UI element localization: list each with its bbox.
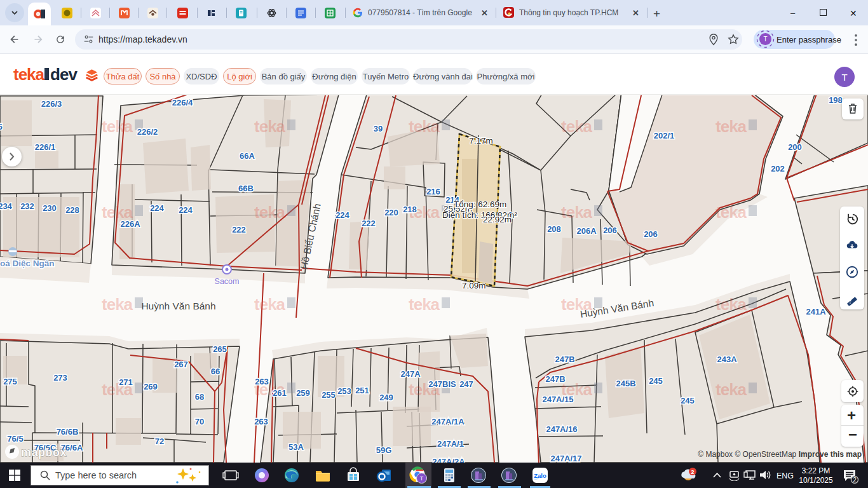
svg-text:202: 202 [771, 164, 785, 173]
svg-text:teka: teka [561, 117, 593, 136]
svg-text:teka: teka [409, 117, 440, 136]
svg-text:teka: teka [715, 380, 747, 399]
svg-text:247A/2A: 247A/2A [432, 457, 465, 463]
svg-text:241A: 241A [806, 307, 826, 316]
svg-text:249: 249 [379, 393, 393, 402]
svg-text:202/1: 202/1 [654, 131, 675, 140]
svg-text:230: 230 [43, 203, 57, 213]
svg-text:247A/1: 247A/1 [437, 439, 464, 449]
svg-text:247B: 247B [545, 374, 565, 384]
svg-text:247A/1A: 247A/1A [431, 417, 465, 426]
svg-text:247BIS: 247BIS [428, 379, 456, 389]
svg-text:teka: teka [561, 203, 593, 222]
svg-text:222: 222 [362, 219, 376, 228]
svg-text:226A: 226A [120, 219, 140, 229]
svg-text:216: 216 [426, 187, 440, 196]
svg-text:66B: 66B [238, 184, 254, 193]
svg-text:222: 222 [232, 225, 246, 234]
svg-text:245B: 245B [616, 379, 635, 388]
svg-text:226/2: 226/2 [137, 127, 158, 137]
svg-text:teka: teka [254, 203, 286, 222]
svg-text:269: 269 [144, 382, 158, 391]
svg-text:mapbox: mapbox [21, 446, 67, 459]
svg-text:247A/16: 247A/16 [546, 424, 577, 434]
svg-text:245: 245 [681, 396, 695, 405]
svg-text:7.09m: 7.09m [462, 281, 486, 290]
svg-text:245: 245 [649, 376, 663, 386]
svg-text:234: 234 [0, 201, 13, 211]
svg-text:oá Diệc Ngân: oá Diệc Ngân [0, 259, 55, 268]
svg-text:Zalo: Zalo [534, 472, 546, 479]
svg-text:teka: teka [102, 295, 133, 314]
svg-text:247B: 247B [555, 355, 574, 364]
svg-text:39: 39 [374, 124, 383, 133]
svg-text:243A: 243A [717, 355, 737, 364]
svg-text:226/1: 226/1 [35, 142, 56, 152]
svg-text:271: 271 [119, 377, 133, 387]
svg-text:teka: teka [254, 295, 286, 314]
svg-text:198: 198 [829, 95, 843, 105]
svg-text:teka: teka [102, 117, 133, 136]
svg-text:59G: 59G [376, 445, 392, 455]
svg-text:220: 220 [384, 208, 398, 217]
svg-text:255: 255 [322, 390, 336, 400]
svg-text:247A: 247A [400, 369, 421, 379]
svg-text:208: 208 [547, 224, 561, 234]
svg-text:224: 224 [179, 205, 193, 215]
svg-text:53A: 53A [288, 442, 304, 452]
svg-text:206: 206 [644, 229, 658, 239]
svg-text:232: 232 [20, 201, 34, 211]
svg-text:259: 259 [296, 388, 310, 398]
svg-text:2: 2 [691, 468, 694, 475]
svg-text:teka: teka [254, 117, 286, 136]
svg-text:267: 267 [174, 360, 188, 369]
svg-text:265: 265 [213, 344, 227, 354]
svg-text:206: 206 [603, 226, 617, 235]
svg-text:teka: teka [409, 295, 440, 314]
svg-text:72: 72 [155, 437, 164, 446]
svg-text:275: 275 [3, 377, 17, 386]
svg-text:teka: teka [715, 295, 747, 314]
svg-text:251: 251 [355, 386, 369, 395]
svg-text:76/6B: 76/6B [57, 427, 79, 437]
svg-text:5: 5 [0, 122, 3, 132]
svg-text:Huỳnh Văn Bánh: Huỳnh Văn Bánh [141, 301, 215, 311]
svg-text:66A: 66A [240, 151, 255, 161]
svg-text:66: 66 [211, 367, 220, 376]
svg-text:273: 273 [53, 373, 67, 383]
svg-text:22.92m: 22.92m [483, 215, 512, 224]
svg-text:247A/15: 247A/15 [542, 395, 573, 404]
svg-text:261: 261 [273, 388, 287, 398]
svg-text:Tổng: 62.69m: Tổng: 62.69m [454, 200, 506, 209]
svg-text:247A/17: 247A/17 [550, 454, 581, 463]
svg-text:263: 263 [254, 417, 268, 426]
svg-text:263: 263 [255, 377, 269, 386]
svg-text:teka: teka [715, 117, 747, 136]
svg-text:68: 68 [195, 392, 204, 402]
svg-text:206A: 206A [576, 226, 597, 236]
svg-text:226/3: 226/3 [41, 99, 62, 109]
svg-text:2: 2 [853, 477, 857, 484]
svg-text:253: 253 [337, 386, 351, 396]
svg-text:teka: teka [715, 203, 747, 222]
svg-text:228: 228 [65, 205, 79, 215]
svg-text:© Mapbox © OpenStreetMap Impro: © Mapbox © OpenStreetMap Improve this ma… [698, 450, 862, 459]
svg-text:218: 218 [403, 205, 417, 214]
svg-text:Sacom: Sacom [215, 277, 240, 286]
svg-text:224: 224 [150, 203, 164, 213]
svg-text:200: 200 [788, 142, 802, 152]
svg-text:226/4: 226/4 [172, 98, 193, 107]
svg-text:224: 224 [336, 210, 349, 220]
svg-text:70: 70 [195, 417, 204, 426]
svg-text:76/5: 76/5 [7, 434, 23, 444]
svg-text:7.17m: 7.17m [469, 136, 493, 146]
svg-text:247: 247 [459, 379, 473, 389]
